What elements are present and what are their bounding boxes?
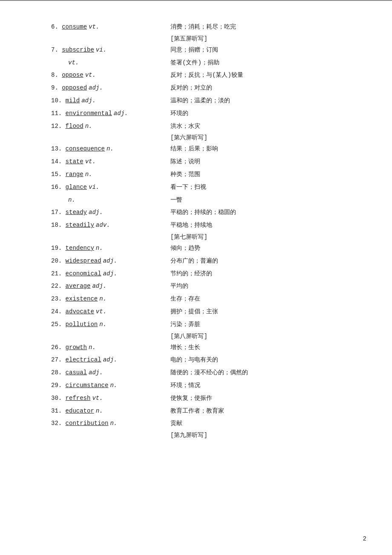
entry-number: 11. [51, 110, 66, 117]
vocab-entry: 7. subscribevi.同意；捐赠；订阅 [51, 45, 341, 55]
entry-word: subscribe [62, 46, 94, 53]
continuation-definition: 一瞥 [170, 195, 341, 205]
entry-definition: 分布广的；普遍的 [170, 256, 341, 266]
section-label: [第六屏听写] [51, 134, 341, 142]
entry-word: oppose [62, 72, 83, 78]
entry-pos: adj. [103, 356, 118, 363]
entry-number: 10. [51, 97, 66, 104]
vocab-entry: 26. growthn.增长；生长 [51, 343, 341, 353]
entry-definition: 陈述；说明 [170, 157, 341, 167]
vocab-entry: 15. rangen.种类；范围 [51, 170, 341, 180]
entry-definition: 消费；消耗；耗尽；吃完 [170, 22, 341, 32]
entry-number: 23. [51, 295, 66, 302]
entry-pos: vt. [85, 72, 96, 78]
section-label-text: [第七屏听写] [170, 233, 208, 241]
entry-pos: adj. [81, 97, 96, 104]
entry-word: educator [66, 408, 94, 414]
entry-word: opposed [62, 84, 87, 91]
entry-number: 30. [51, 395, 66, 402]
entry-pos: n. [110, 420, 117, 427]
entry-word: economical [66, 270, 101, 277]
entry-pos: vt. [89, 23, 99, 30]
vocab-entry: 9. opposedadj.反对的；对立的 [51, 83, 341, 93]
vocab-entry: 20. widespreadadj.分布广的；普遍的 [51, 256, 341, 266]
entry-definition: 随便的；漫不经心的；偶然的 [170, 368, 341, 378]
entry-definition: 教育工作者；教育家 [170, 406, 341, 416]
entry-number: 14. [51, 158, 66, 165]
entry-word: steady [66, 209, 87, 216]
top-border [0, 0, 392, 1]
entry-word: growth [66, 344, 87, 351]
entry-definition: 温和的；温柔的；淡的 [170, 96, 341, 106]
section-label: [第九屏听写] [51, 431, 341, 439]
vocab-entry: 28. casualadj.随便的；漫不经心的；偶然的 [51, 368, 341, 378]
entry-word: existence [66, 295, 98, 302]
page-number: 2 [363, 535, 366, 542]
vocab-entry: 19. tendencyn.倾向；趋势 [51, 243, 341, 254]
vocab-entry: 6. consumevt.消费；消耗；耗尽；吃完 [51, 22, 341, 32]
vocab-entry: 22. averageadj.平均的 [51, 281, 341, 292]
vocab-entry: 18. steadilyadv.平稳地；持续地 [51, 220, 341, 231]
entry-definition: 电的；与电有关的 [170, 355, 341, 365]
entry-definition: 贡献 [170, 419, 341, 429]
entry-pos: adj. [89, 369, 103, 376]
entry-definition: 使恢复；使振作 [170, 393, 341, 404]
entry-definition: 污染；弄脏 [170, 320, 341, 330]
entry-pos: n. [85, 171, 92, 178]
vocab-entry: 32. contributionn.贡献 [51, 419, 341, 429]
entry-number: 27. [51, 356, 66, 363]
entry-word: tendency [66, 245, 94, 251]
entry-definition: 节约的；经济的 [170, 269, 341, 279]
entry-pos: adj. [89, 209, 103, 216]
continuation-pos: vt. [51, 58, 170, 68]
vocab-entry: 24. advocatevt.拥护；提倡；主张 [51, 307, 341, 317]
entry-pos: vi. [89, 184, 99, 191]
entry-number: 32. [51, 420, 66, 427]
entry-pos: adj. [89, 84, 103, 91]
section-label: [第八屏听写] [51, 332, 341, 340]
vocab-entry: 16. glancevi.看一下；扫视 [51, 182, 341, 193]
vocab-entry: 13. consequencen.结果；后果；影响 [51, 144, 341, 154]
entry-pos: n. [99, 321, 107, 328]
entry-number: 20. [51, 257, 66, 264]
entry-number: 21. [51, 270, 66, 277]
vocab-entry: 30. refreshvt.使恢复；使振作 [51, 393, 341, 404]
entry-pos: adj. [103, 257, 118, 264]
section-label-text: [第六屏听写] [170, 134, 208, 142]
entry-word: refresh [66, 395, 91, 402]
entry-pos: n. [89, 344, 96, 351]
entry-definition: 生存；存在 [170, 294, 341, 304]
section-label: [第五屏听写] [51, 35, 341, 43]
entry-word: flood [66, 123, 84, 130]
vocab-entry: 31. educatorn.教育工作者；教育家 [51, 406, 341, 416]
entry-word: widespread [66, 257, 101, 264]
entry-word: circumstance [66, 382, 109, 389]
vocab-entry: 17. steadyadj.平稳的；持续的；稳固的 [51, 208, 341, 218]
entry-word: state [66, 158, 84, 165]
entry-word: average [66, 283, 91, 289]
vocab-entry: 23. existencen.生存；存在 [51, 294, 341, 304]
vocab-entry: 29. circumstancen.环境；情况 [51, 381, 341, 391]
entry-word: pollution [66, 321, 98, 328]
entry-pos: n. [96, 245, 103, 251]
entry-number: 18. [51, 222, 66, 228]
section-label: [第七屏听写] [51, 233, 341, 241]
vocab-entry: 10. mildadj.温和的；温柔的；淡的 [51, 96, 341, 106]
entry-definition: 增长；生长 [170, 343, 341, 353]
entry-number: 17. [51, 209, 66, 216]
vocab-entry: 27. electricaladj.电的；与电有关的 [51, 355, 341, 365]
entry-word: advocate [66, 308, 94, 315]
entry-word: consequence [66, 145, 105, 152]
vocab-entry: 14. statevt.陈述；说明 [51, 157, 341, 167]
entry-definition: 反对；反抗；与(某人)较量 [170, 70, 341, 81]
entry-pos: vt. [92, 395, 103, 402]
entry-word: electrical [66, 356, 101, 363]
entry-number: 7. [51, 46, 62, 53]
entry-definition: 种类；范围 [170, 170, 341, 180]
entry-number: 26. [51, 344, 66, 351]
entry-number: 8. [51, 72, 62, 78]
continuation-pos: n. [51, 195, 170, 205]
section-label-text: [第九屏听写] [170, 431, 208, 439]
entry-word: glance [66, 184, 87, 191]
entry-definition: 结果；后果；影响 [170, 144, 341, 154]
